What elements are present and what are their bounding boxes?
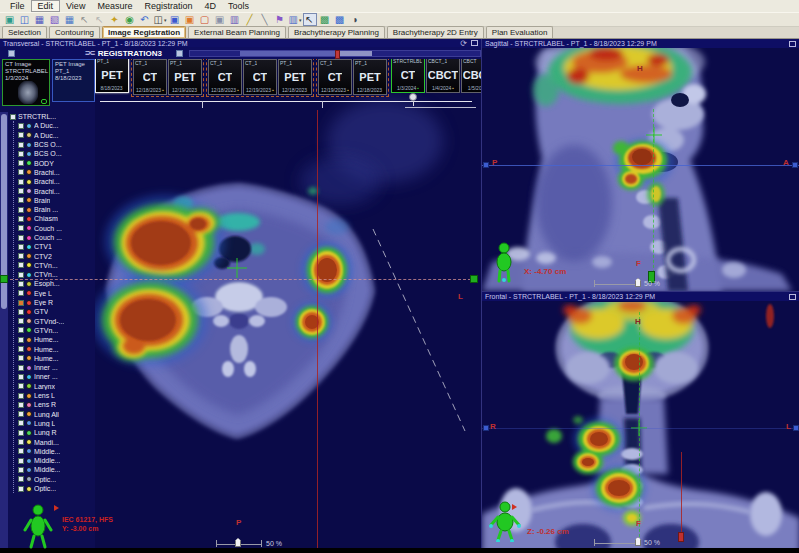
structure-row[interactable]: CTVn... (18, 270, 95, 279)
toolbar-icon[interactable]: ⚑ (273, 13, 287, 26)
vertical-slice-line[interactable] (317, 110, 318, 548)
structure-row[interactable]: GTV (18, 307, 95, 316)
structure-row[interactable]: Couch ... (18, 233, 95, 242)
toolbar-icon[interactable]: ↖ (303, 13, 317, 26)
menu-item[interactable]: File (4, 1, 31, 11)
ct-image-card[interactable]: CT Image STRCTRLABEL 1/3/2024 (2, 59, 50, 106)
structure-checkbox[interactable] (18, 300, 24, 306)
structure-checkbox[interactable] (18, 420, 24, 426)
registration-checkbox[interactable] (8, 50, 15, 57)
structure-row[interactable]: Brachi... (18, 177, 95, 186)
series-cell[interactable]: CT_1CT12/19/2023▪ (243, 59, 277, 95)
structure-row[interactable]: GTVn... (18, 326, 95, 335)
workspace-tab[interactable]: Image Registration (102, 26, 186, 38)
structure-checkbox[interactable] (18, 123, 24, 129)
transversal-slice-line[interactable] (482, 428, 799, 429)
structure-row[interactable]: Inner ... (18, 372, 95, 381)
toolbar-icon[interactable]: ↖ (93, 13, 107, 26)
structure-row[interactable]: Lung L (18, 419, 95, 428)
structure-row[interactable]: Hume... (18, 335, 95, 344)
structure-checkbox[interactable] (18, 179, 24, 185)
structure-checkbox[interactable] (18, 365, 24, 371)
structure-checkbox[interactable] (18, 318, 24, 324)
sagittal-ct-pet-image[interactable] (482, 48, 799, 291)
structure-checkbox[interactable] (18, 169, 24, 175)
structure-list-scrollbar[interactable] (0, 112, 8, 553)
structure-row[interactable]: Lens L (18, 391, 95, 400)
structure-checkbox[interactable] (18, 402, 24, 408)
series-cell[interactable]: CBCT_1CBCT1/4/2024▪ (426, 57, 460, 93)
transversal-slice-line[interactable] (482, 165, 799, 166)
structure-row[interactable]: Brain ... (18, 205, 95, 214)
toolbar-icon[interactable]: ▥▾ (288, 13, 302, 26)
toolbar-icon[interactable]: ▩ (318, 13, 332, 26)
structure-row[interactable]: Lens R (18, 400, 95, 409)
transversal-ct-pet-image[interactable] (95, 59, 481, 553)
structure-row[interactable]: Larynx (18, 382, 95, 391)
structure-checkbox[interactable] (18, 393, 24, 399)
structure-checkbox[interactable] (18, 486, 24, 492)
menu-item[interactable]: Edit (31, 0, 61, 12)
acquisition-timeline[interactable] (95, 97, 481, 110)
structure-row[interactable]: Couch ... (18, 224, 95, 233)
toolbar-icon[interactable]: ▣ (183, 13, 197, 26)
structure-row[interactable]: GTVnd-... (18, 317, 95, 326)
workspace-tab[interactable]: Selection (2, 26, 47, 38)
structure-checkbox[interactable] (18, 151, 24, 157)
structure-checkbox[interactable] (18, 430, 24, 436)
structure-checkbox[interactable] (18, 197, 24, 203)
toolbar-icon[interactable]: ╲ (258, 13, 272, 26)
structure-checkbox[interactable] (18, 458, 24, 464)
structure-row[interactable]: Chiasm (18, 214, 95, 223)
menu-item[interactable]: View (60, 1, 91, 11)
workspace-tab[interactable]: Plan Evaluation (486, 26, 554, 38)
structure-row[interactable]: Eye R (18, 298, 95, 307)
workspace-tab[interactable]: Contouring (49, 26, 100, 38)
structure-checkbox[interactable] (18, 235, 24, 241)
toolbar-icon[interactable]: ↖ (78, 13, 92, 26)
series-cell[interactable]: PT_1PET12/18/2023 (278, 59, 312, 95)
structure-row[interactable]: Eye L (18, 289, 95, 298)
secondary-slice-line[interactable] (681, 452, 682, 535)
timeline-pin-icon[interactable] (409, 93, 417, 101)
structure-row[interactable]: Optic... (18, 484, 95, 493)
zoom-slider[interactable] (594, 539, 640, 546)
series-cell[interactable]: CT_1CT12/19/2023▪ (318, 59, 352, 95)
toolbar-icon[interactable]: ▩ (333, 13, 347, 26)
structure-checkbox[interactable] (18, 467, 24, 473)
toolbar-icon[interactable]: ▣ (168, 13, 182, 26)
restore-window-icon[interactable] (789, 294, 796, 300)
toolbar-icon[interactable]: ◫ (18, 13, 32, 26)
slice-line-handle-left[interactable] (0, 275, 8, 283)
slice-marker-red[interactable] (678, 532, 684, 542)
transversal-view[interactable]: Transversal - STRCTRLABEL - PT_1 - 8/18/… (0, 39, 481, 553)
structure-row[interactable]: CTVn... (18, 261, 95, 270)
structure-checkbox[interactable] (18, 411, 24, 417)
slice-line-handle-right[interactable] (470, 275, 478, 283)
structure-checkbox[interactable] (18, 327, 24, 333)
structure-checkbox[interactable] (18, 355, 24, 361)
structure-checkbox[interactable] (18, 337, 24, 343)
zoom-slider[interactable] (216, 540, 262, 547)
structure-row[interactable]: CTV2 (18, 251, 95, 260)
structure-row[interactable]: Esoph... (18, 279, 95, 288)
structure-checkbox[interactable] (18, 309, 24, 315)
structure-row[interactable]: BCS O... (18, 140, 95, 149)
structure-row[interactable]: BODY (18, 158, 95, 167)
structure-row[interactable]: Hume... (18, 354, 95, 363)
sync-icon[interactable]: ⟳ (460, 40, 467, 47)
structure-checkbox[interactable] (18, 383, 24, 389)
workspace-tab[interactable]: Brachytherapy Planning (288, 26, 385, 38)
series-cell[interactable]: CBCTCBCT1/5/2024 (461, 57, 481, 93)
structure-row[interactable]: Brachi... (18, 186, 95, 195)
structure-checkbox[interactable] (18, 132, 24, 138)
structure-checkbox[interactable] (18, 142, 24, 148)
restore-window-icon[interactable] (789, 41, 796, 47)
series-cell[interactable]: PT_1PET12/19/2023 (168, 59, 202, 95)
structure-checkbox[interactable] (18, 225, 24, 231)
sagittal-slice-line[interactable] (639, 312, 640, 542)
structure-checkbox[interactable] (18, 244, 24, 250)
zoom-slider-thumb[interactable] (235, 538, 241, 547)
zoom-slider[interactable] (594, 280, 640, 287)
structure-checkbox[interactable] (18, 448, 24, 454)
